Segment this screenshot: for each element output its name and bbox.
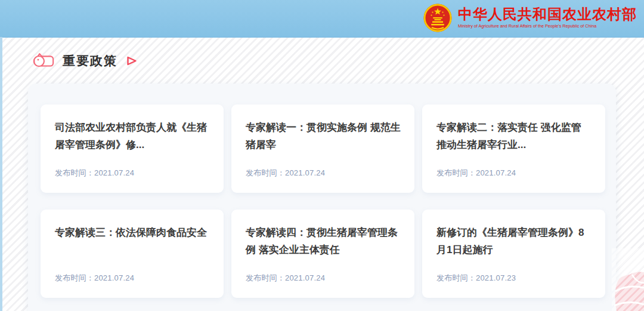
policy-card[interactable]: 司法部农业农村部负责人就《生猪屠宰管理条例》修... 发布时间：2021.07.… bbox=[41, 104, 224, 193]
policy-card[interactable]: 专家解读二：落实责任 强化监管 推动生猪屠宰行业... 发布时间：2021.07… bbox=[422, 104, 605, 193]
policy-card-grid: 司法部农业农村部负责人就《生猪屠宰管理条例》修... 发布时间：2021.07.… bbox=[41, 104, 605, 298]
policy-card-date: 发布时间：2021.07.24 bbox=[55, 273, 134, 284]
date-label: 发布时间： bbox=[436, 273, 476, 282]
brand-text: 中华人民共和国农业农村部 Ministry of Agriculture and… bbox=[458, 5, 637, 30]
policy-card-title: 专家解读三：依法保障肉食品安全 bbox=[41, 210, 224, 242]
policy-card-date: 发布时间：2021.07.24 bbox=[436, 168, 516, 178]
date-label: 发布时间： bbox=[436, 168, 476, 177]
date-label: 发布时间： bbox=[246, 273, 285, 282]
policy-card-date: 发布时间：2021.07.24 bbox=[246, 273, 325, 284]
left-edge-accent bbox=[0, 37, 2, 311]
site-brand[interactable]: 中华人民共和国农业农村部 Ministry of Agriculture and… bbox=[423, 3, 637, 33]
date-value: 2021.07.24 bbox=[285, 273, 325, 282]
policy-card-date: 发布时间：2021.07.24 bbox=[246, 168, 325, 178]
date-label: 发布时间： bbox=[55, 168, 94, 177]
policy-card[interactable]: 专家解读四：贯彻生猪屠宰管理条例 落实企业主体责任 发布时间：2021.07.2… bbox=[231, 210, 414, 298]
section-header: 重要政策 bbox=[32, 52, 137, 70]
date-value: 2021.07.23 bbox=[476, 273, 516, 282]
policy-card[interactable]: 专家解读三：依法保障肉食品安全 发布时间：2021.07.24 bbox=[41, 210, 224, 298]
section-title: 重要政策 bbox=[63, 53, 117, 69]
site-subtitle: Ministry of Agriculture and Rural Affair… bbox=[458, 24, 601, 29]
more-arrow-icon[interactable] bbox=[126, 56, 137, 66]
policy-card-title: 专家解读二：落实责任 强化监管 推动生猪屠宰行业... bbox=[422, 104, 605, 153]
policy-card-title: 新修订的《生猪屠宰管理条例》8月1日起施行 bbox=[422, 210, 605, 258]
national-emblem-icon bbox=[423, 3, 453, 33]
policy-card-title: 司法部农业农村部负责人就《生猪屠宰管理条例》修... bbox=[41, 104, 224, 153]
pig-icon bbox=[32, 52, 55, 70]
policy-card[interactable]: 专家解读一：贯彻实施条例 规范生猪屠宰 发布时间：2021.07.24 bbox=[231, 104, 414, 193]
page: 中华人民共和国农业农村部 Ministry of Agriculture and… bbox=[0, 0, 644, 311]
pink-pig-decoration bbox=[612, 248, 644, 311]
policy-card[interactable]: 新修订的《生猪屠宰管理条例》8月1日起施行 发布时间：2021.07.23 bbox=[422, 210, 605, 298]
policy-card-date: 发布时间：2021.07.24 bbox=[55, 168, 134, 178]
date-value: 2021.07.24 bbox=[94, 273, 134, 282]
policy-card-date: 发布时间：2021.07.23 bbox=[436, 273, 516, 284]
site-title: 中华人民共和国农业农村部 bbox=[458, 5, 637, 23]
policy-card-title: 专家解读一：贯彻实施条例 规范生猪屠宰 bbox=[231, 104, 414, 153]
policy-card-title: 专家解读四：贯彻生猪屠宰管理条例 落实企业主体责任 bbox=[231, 210, 414, 258]
date-value: 2021.07.24 bbox=[94, 168, 134, 177]
date-label: 发布时间： bbox=[246, 168, 285, 177]
policy-panel: 司法部农业农村部负责人就《生猪屠宰管理条例》修... 发布时间：2021.07.… bbox=[28, 84, 616, 311]
date-value: 2021.07.24 bbox=[285, 168, 325, 177]
site-header: 中华人民共和国农业农村部 Ministry of Agriculture and… bbox=[0, 0, 644, 38]
date-label: 发布时间： bbox=[55, 273, 94, 282]
date-value: 2021.07.24 bbox=[476, 168, 516, 177]
